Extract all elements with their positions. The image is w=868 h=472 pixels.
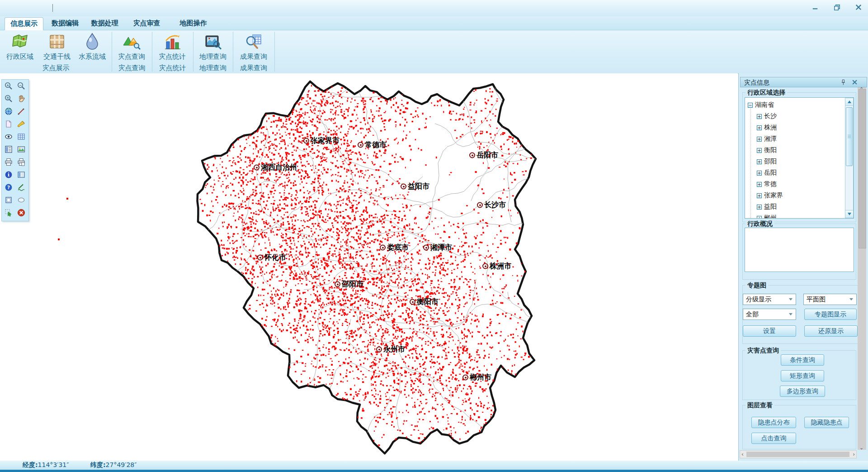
- measure-pen-icon: [17, 107, 26, 118]
- display-mode-combo[interactable]: 分级显示: [743, 294, 796, 305]
- tree-node-city[interactable]: + 益阳: [757, 202, 777, 212]
- tree-scrollbar[interactable]: [845, 98, 854, 218]
- tool-help-icon[interactable]: ?: [2, 182, 14, 195]
- expand-icon[interactable]: +: [757, 171, 762, 176]
- expand-icon[interactable]: +: [757, 205, 762, 210]
- restore-button[interactable]: [830, 3, 844, 13]
- query-button-矩形查询[interactable]: 矩形查询: [781, 370, 824, 381]
- tab-5[interactable]: 地图操作: [177, 17, 209, 29]
- query-button-条件查询[interactable]: 条件查询: [781, 354, 824, 366]
- restore-display-button[interactable]: 还原显示: [804, 325, 858, 337]
- chevron-down-icon: [789, 313, 793, 315]
- layer-button-隐藏隐患点[interactable]: 隐藏隐患点: [804, 417, 849, 428]
- tool-zoom-extent-icon[interactable]: ±: [2, 93, 14, 106]
- city-marker-icon: [482, 263, 488, 269]
- expand-icon[interactable]: +: [757, 193, 762, 198]
- tab-3[interactable]: 数据处理: [89, 17, 121, 29]
- tool-image-export-icon[interactable]: [15, 144, 27, 157]
- expand-icon[interactable]: +: [757, 114, 762, 119]
- scope-combo[interactable]: 全部: [743, 309, 796, 320]
- tree-node-city[interactable]: + 张家界: [757, 191, 783, 200]
- expand-icon[interactable]: +: [757, 137, 762, 142]
- panel-vertical-scrollbar[interactable]: ⌃ ⌄: [858, 87, 866, 450]
- ribbon-button-灾点查询[interactable]: 灾点查询: [114, 31, 149, 63]
- tool-paint-brush-icon[interactable]: [15, 119, 27, 131]
- tree-node-city[interactable]: + 常德: [757, 179, 777, 189]
- tree-node-city[interactable]: + 邵阳: [757, 157, 777, 167]
- tree-node-root[interactable]: − 湖南省: [748, 100, 774, 110]
- pin-icon[interactable]: [840, 79, 847, 86]
- tool-measure-pen-icon[interactable]: [15, 106, 27, 119]
- tab-1[interactable]: 信息展示: [5, 17, 43, 30]
- scrollbar-thumb[interactable]: [846, 107, 853, 166]
- expand-icon[interactable]: +: [757, 159, 762, 164]
- tool-sketch-pen-icon[interactable]: [15, 182, 27, 195]
- frame-window-icon: [4, 195, 13, 206]
- close-button[interactable]: [852, 3, 865, 13]
- query-button-多边形查询[interactable]: 多边形查询: [780, 386, 825, 397]
- scroll-down-icon[interactable]: ⌄: [859, 445, 863, 451]
- scroll-up-icon[interactable]: [845, 98, 853, 106]
- collapse-icon[interactable]: −: [748, 103, 753, 108]
- map-canvas[interactable]: 张家界市 常德市 岳阳市 湘西自治州 益阳市 长沙市 娄底市 湘潭市 株洲市 怀…: [0, 73, 738, 461]
- city-marker-icon: [410, 299, 415, 305]
- tool-attribute-table-icon[interactable]: [15, 131, 27, 144]
- tree-node-city[interactable]: + 衡阳: [757, 145, 777, 155]
- tool-pan-hand-icon[interactable]: [15, 93, 27, 106]
- tool-zoom-out-icon[interactable]: −: [15, 81, 27, 93]
- zoom-in-icon: +: [4, 81, 13, 92]
- settings-button[interactable]: 设置: [743, 325, 796, 337]
- tool-window-panel-icon[interactable]: [15, 169, 27, 182]
- tool-ellipse-select-icon[interactable]: [15, 195, 27, 207]
- ribbon-button-灾点统计[interactable]: 灾点统计: [155, 31, 190, 63]
- tree-node-city[interactable]: + 郴州: [757, 213, 777, 219]
- tool-legend-list-icon[interactable]: [2, 144, 14, 157]
- scrollbar-thumb[interactable]: [746, 452, 849, 457]
- scrollbar-thumb[interactable]: [859, 89, 866, 248]
- ribbon-button-地理查询[interactable]: 地理查询: [195, 31, 231, 63]
- panel-horizontal-scrollbar[interactable]: ‹ ›: [740, 450, 857, 458]
- close-red-icon: [17, 208, 26, 219]
- ribbon-tab-row: 信息展示数据编辑数据处理灾点审查地图操作: [0, 16, 868, 30]
- tool-info-icon[interactable]: i: [2, 169, 14, 182]
- tool-frame-window-icon[interactable]: [2, 195, 14, 207]
- expand-icon[interactable]: +: [757, 125, 762, 130]
- ribbon-button-水系流域[interactable]: 水系流域: [75, 31, 110, 63]
- sketch-pen-icon: [17, 183, 26, 194]
- tree-node-city[interactable]: + 岳阳: [757, 168, 777, 178]
- tree-node-city[interactable]: + 湘潭: [757, 134, 777, 144]
- tab-2[interactable]: 数据编辑: [50, 17, 80, 29]
- scroll-right-icon[interactable]: ›: [853, 451, 855, 458]
- tab-4[interactable]: 灾点审查: [130, 17, 163, 29]
- close-icon[interactable]: [851, 79, 859, 86]
- region-tree[interactable]: − 湖南省 + 长沙 + 株洲 + 湘潭 + 衡阳 + 邵阳 + 岳阳 + 常德…: [745, 97, 854, 219]
- city-label-湘潭市: 湘潭市: [423, 243, 452, 253]
- tool-print-icon[interactable]: [2, 157, 14, 169]
- ribbon-button-成果查询[interactable]: 成果查询: [236, 31, 271, 63]
- map-type-combo[interactable]: 平面图: [803, 294, 857, 305]
- ribbon-button-行政区域[interactable]: 行政区域: [2, 31, 38, 63]
- ribbon-button-交通干线[interactable]: 交通干线: [39, 31, 75, 63]
- tool-globe-icon[interactable]: [2, 106, 14, 119]
- expand-icon[interactable]: +: [757, 148, 762, 153]
- tree-node-city[interactable]: + 株洲: [757, 123, 777, 133]
- tree-node-city[interactable]: + 长沙: [757, 111, 777, 121]
- tool-pointer-select-icon[interactable]: [2, 207, 14, 220]
- thematic-group: 专题图 分级显示 平面图 全部 专题图显示 设置 还原显示: [742, 285, 858, 344]
- overview-textbox[interactable]: [745, 228, 854, 272]
- tool-close-red-icon[interactable]: [15, 207, 27, 220]
- tool-eye-icon[interactable]: [2, 131, 14, 144]
- tool-print-preview-icon[interactable]: [15, 157, 27, 169]
- minimize-button[interactable]: [808, 3, 822, 13]
- layer-button-点击查询[interactable]: 点击查询: [751, 433, 796, 444]
- tool-blank-page-icon[interactable]: [2, 119, 14, 131]
- thematic-show-button[interactable]: 专题图显示: [804, 309, 857, 320]
- city-label-长沙市: 长沙市: [477, 200, 506, 210]
- layer-button-隐患点分布[interactable]: 隐患点分布: [751, 417, 796, 428]
- scroll-down-icon[interactable]: [845, 210, 853, 218]
- city-marker-icon: [257, 255, 263, 261]
- scroll-left-icon[interactable]: ‹: [741, 451, 744, 458]
- expand-icon[interactable]: +: [757, 182, 762, 187]
- expand-icon[interactable]: +: [757, 216, 762, 219]
- tool-zoom-in-icon[interactable]: +: [2, 81, 14, 93]
